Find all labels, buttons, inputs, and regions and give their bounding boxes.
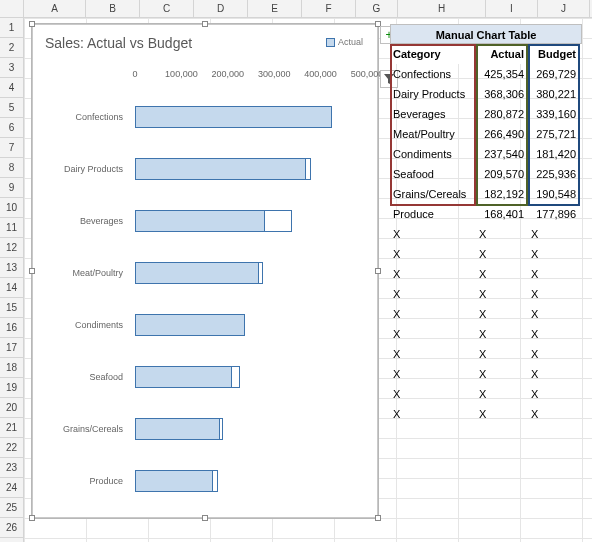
rowhead-26[interactable]: 26: [0, 518, 24, 538]
table-row[interactable]: Seafood209,570225,936: [390, 164, 582, 184]
colhead-F[interactable]: F: [302, 0, 356, 18]
table-cell[interactable]: Meat/Poultry: [390, 124, 476, 144]
table-cell[interactable]: X: [390, 244, 476, 264]
table-row-placeholder[interactable]: XXX: [390, 364, 582, 384]
bar-actual[interactable]: [135, 418, 220, 440]
table-cell[interactable]: X: [476, 264, 528, 284]
rowhead-7[interactable]: 7: [0, 138, 24, 158]
table-cell[interactable]: X: [528, 384, 580, 404]
chart-legend[interactable]: Actual: [326, 37, 363, 47]
rowhead-20[interactable]: 20: [0, 398, 24, 418]
table-cell[interactable]: X: [476, 284, 528, 304]
th-actual[interactable]: Actual: [476, 44, 528, 64]
table-cell[interactable]: X: [390, 324, 476, 344]
colhead-J[interactable]: J: [538, 0, 590, 18]
embedded-chart[interactable]: Sales: Actual vs Budget Actual 0100,0002…: [32, 24, 378, 518]
table-cell[interactable]: X: [390, 264, 476, 284]
rowhead-16[interactable]: 16: [0, 318, 24, 338]
rowhead-13[interactable]: 13: [0, 258, 24, 278]
table-cell[interactable]: X: [476, 364, 528, 384]
rowhead-12[interactable]: 12: [0, 238, 24, 258]
table-cell[interactable]: X: [528, 344, 580, 364]
table-cell[interactable]: 275,721: [528, 124, 580, 144]
table-cell[interactable]: X: [390, 284, 476, 304]
colhead-D[interactable]: D: [194, 0, 248, 18]
table-cell[interactable]: 209,570: [476, 164, 528, 184]
table-row-placeholder[interactable]: XXX: [390, 324, 582, 344]
rowhead-27[interactable]: 27: [0, 538, 24, 542]
rowhead-22[interactable]: 22: [0, 438, 24, 458]
rowhead-8[interactable]: 8: [0, 158, 24, 178]
table-row-placeholder[interactable]: XXX: [390, 344, 582, 364]
select-all-corner[interactable]: [0, 0, 24, 18]
table-row-placeholder[interactable]: XXX: [390, 264, 582, 284]
rowhead-10[interactable]: 10: [0, 198, 24, 218]
bar-actual[interactable]: [135, 262, 259, 284]
rowhead-18[interactable]: 18: [0, 358, 24, 378]
table-cell[interactable]: 237,540: [476, 144, 528, 164]
table-cell[interactable]: Confections: [390, 64, 476, 84]
rowhead-3[interactable]: 3: [0, 58, 24, 78]
rowhead-24[interactable]: 24: [0, 478, 24, 498]
table-cell[interactable]: 266,490: [476, 124, 528, 144]
bar-actual[interactable]: [135, 210, 265, 232]
table-cell[interactable]: Produce: [390, 204, 476, 224]
rowhead-17[interactable]: 17: [0, 338, 24, 358]
table-row-placeholder[interactable]: XXX: [390, 404, 582, 424]
table-cell[interactable]: X: [476, 224, 528, 244]
table-cell[interactable]: X: [528, 244, 580, 264]
colhead-E[interactable]: E: [248, 0, 302, 18]
table-cell[interactable]: 280,872: [476, 104, 528, 124]
table-row-placeholder[interactable]: XXX: [390, 224, 582, 244]
table-row-placeholder[interactable]: XXX: [390, 304, 582, 324]
table-row[interactable]: Meat/Poultry266,490275,721: [390, 124, 582, 144]
bar-actual[interactable]: [135, 314, 245, 336]
table-row[interactable]: Grains/Cereals182,192190,548: [390, 184, 582, 204]
table-cell[interactable]: X: [390, 384, 476, 404]
th-budget[interactable]: Budget: [528, 44, 580, 64]
colhead-C[interactable]: C: [140, 0, 194, 18]
rowhead-4[interactable]: 4: [0, 78, 24, 98]
table-row[interactable]: Condiments237,540181,420: [390, 144, 582, 164]
table-cell[interactable]: X: [476, 304, 528, 324]
rowhead-1[interactable]: 1: [0, 18, 24, 38]
table-cell[interactable]: X: [528, 224, 580, 244]
table-cell[interactable]: X: [528, 264, 580, 284]
table-cell[interactable]: 380,221: [528, 84, 580, 104]
table-row[interactable]: Beverages280,872339,160: [390, 104, 582, 124]
rowhead-23[interactable]: 23: [0, 458, 24, 478]
rowhead-21[interactable]: 21: [0, 418, 24, 438]
table-cell[interactable]: X: [476, 404, 528, 424]
table-cell[interactable]: 190,548: [528, 184, 580, 204]
colhead-B[interactable]: B: [86, 0, 140, 18]
table-cell[interactable]: X: [476, 384, 528, 404]
rowhead-15[interactable]: 15: [0, 298, 24, 318]
table-cell[interactable]: X: [528, 324, 580, 344]
table-cell[interactable]: 182,192: [476, 184, 528, 204]
table-row-placeholder[interactable]: XXX: [390, 384, 582, 404]
colhead-A[interactable]: A: [24, 0, 86, 18]
rowhead-11[interactable]: 11: [0, 218, 24, 238]
colhead-H[interactable]: H: [398, 0, 486, 18]
table-cell[interactable]: 168,401: [476, 204, 528, 224]
table-cell[interactable]: X: [528, 404, 580, 424]
table-cell[interactable]: X: [390, 344, 476, 364]
colhead-I[interactable]: I: [486, 0, 538, 18]
table-row-placeholder[interactable]: XXX: [390, 244, 582, 264]
table-cell[interactable]: X: [476, 344, 528, 364]
table-cell[interactable]: 181,420: [528, 144, 580, 164]
table-cell[interactable]: 425,354: [476, 64, 528, 84]
table-cell[interactable]: X: [528, 304, 580, 324]
table-cell[interactable]: X: [476, 324, 528, 344]
rowhead-5[interactable]: 5: [0, 98, 24, 118]
table-row[interactable]: Confections425,354269,729: [390, 64, 582, 84]
rowhead-2[interactable]: 2: [0, 38, 24, 58]
bar-actual[interactable]: [135, 158, 306, 180]
bar-actual[interactable]: [135, 106, 332, 128]
table-cell[interactable]: Condiments: [390, 144, 476, 164]
bar-actual[interactable]: [135, 470, 213, 492]
rowhead-19[interactable]: 19: [0, 378, 24, 398]
table-row[interactable]: Produce168,401177,896: [390, 204, 582, 224]
rowhead-6[interactable]: 6: [0, 118, 24, 138]
table-cell[interactable]: Grains/Cereals: [390, 184, 476, 204]
